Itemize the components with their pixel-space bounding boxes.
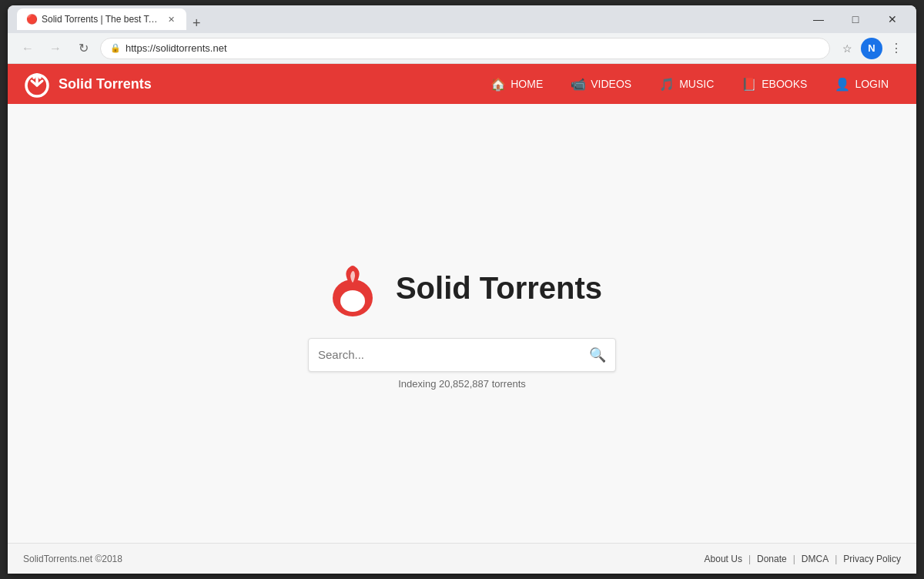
website-content: Solid Torrents 🏠 HOME 📹 VIDEOS 🎵 MUSIC 📕 bbox=[8, 64, 916, 574]
nav-home[interactable]: 🏠 HOME bbox=[478, 71, 555, 98]
profile-button[interactable]: N bbox=[861, 38, 882, 59]
home-icon: 🏠 bbox=[490, 77, 506, 92]
url-bar[interactable]: 🔒 https://solidtorrents.net bbox=[100, 38, 830, 59]
user-icon: 👤 bbox=[835, 77, 850, 92]
hero-logo-text: Solid Torrents bbox=[396, 271, 602, 306]
nav-music-label: MUSIC bbox=[679, 78, 714, 90]
search-container: 🔍 Indexing 20,852,887 torrents bbox=[308, 338, 616, 390]
new-tab-button[interactable]: + bbox=[186, 16, 207, 30]
browser-tab[interactable]: 🔴 Solid Torrents | The best Torrent ✕ bbox=[17, 8, 186, 30]
search-icon[interactable]: 🔍 bbox=[589, 346, 606, 363]
tab-favicon-icon: 🔴 bbox=[26, 14, 37, 25]
footer-dmca[interactable]: DMCA bbox=[802, 554, 829, 564]
nav-ebooks-label: EBOOKS bbox=[762, 78, 807, 90]
tab-bar: 🔴 Solid Torrents | The best Torrent ✕ + bbox=[14, 8, 795, 30]
address-actions: ☆ N ⋮ bbox=[836, 38, 907, 59]
forward-button[interactable]: → bbox=[45, 38, 66, 59]
tab-title: Solid Torrents | The best Torrent bbox=[42, 14, 160, 25]
address-bar: ← → ↻ 🔒 https://solidtorrents.net ☆ N ⋮ bbox=[8, 33, 916, 64]
hero-logo: Solid Torrents bbox=[322, 258, 602, 320]
bookmark-button[interactable]: ☆ bbox=[836, 38, 858, 59]
nav-videos-label: VIDEOS bbox=[591, 78, 631, 90]
footer-about[interactable]: About Us bbox=[705, 554, 742, 564]
site-nav-links: 🏠 HOME 📹 VIDEOS 🎵 MUSIC 📕 EBOOKS 👤 bbox=[478, 71, 901, 98]
search-bar[interactable]: 🔍 bbox=[308, 338, 616, 372]
close-button[interactable]: ✕ bbox=[875, 5, 910, 33]
ebook-icon: 📕 bbox=[742, 77, 757, 92]
nav-ebooks[interactable]: 📕 EBOOKS bbox=[729, 71, 819, 98]
window-controls: — □ ✕ bbox=[801, 5, 910, 33]
nav-login[interactable]: 👤 LOGIN bbox=[822, 71, 901, 98]
nav-videos[interactable]: 📹 VIDEOS bbox=[558, 71, 644, 98]
site-navigation: Solid Torrents 🏠 HOME 📹 VIDEOS 🎵 MUSIC 📕 bbox=[8, 64, 916, 104]
hero-section: Solid Torrents 🔍 Indexing 20,852,887 tor… bbox=[308, 258, 616, 390]
back-button[interactable]: ← bbox=[17, 38, 38, 59]
footer-privacy[interactable]: Privacy Policy bbox=[843, 554, 901, 564]
site-footer: SolidTorrents.net ©2018 About Us | Donat… bbox=[8, 543, 916, 574]
minimize-button[interactable]: — bbox=[801, 5, 836, 33]
footer-sep-2: | bbox=[793, 554, 795, 564]
site-main: Solid Torrents 🔍 Indexing 20,852,887 tor… bbox=[8, 104, 916, 543]
site-logo-icon bbox=[23, 70, 51, 98]
footer-copyright: SolidTorrents.net ©2018 bbox=[23, 554, 122, 564]
tab-close-button[interactable]: ✕ bbox=[165, 13, 177, 25]
search-subtitle: Indexing 20,852,887 torrents bbox=[398, 378, 526, 390]
title-bar: 🔴 Solid Torrents | The best Torrent ✕ + … bbox=[8, 5, 916, 33]
footer-links: About Us | Donate | DMCA | Privacy Polic… bbox=[705, 554, 901, 564]
footer-donate[interactable]: Donate bbox=[757, 554, 787, 564]
nav-home-label: HOME bbox=[511, 78, 543, 90]
footer-sep-3: | bbox=[835, 554, 837, 564]
lock-icon: 🔒 bbox=[110, 43, 121, 53]
svg-point-2 bbox=[340, 290, 365, 312]
maximize-button[interactable]: □ bbox=[838, 5, 873, 33]
hero-logo-icon bbox=[322, 258, 383, 320]
reload-button[interactable]: ↻ bbox=[72, 38, 94, 59]
nav-login-label: LOGIN bbox=[855, 78, 889, 90]
url-text: https://solidtorrents.net bbox=[126, 42, 820, 54]
footer-sep-1: | bbox=[748, 554, 751, 564]
site-logo-text: Solid Torrents bbox=[59, 76, 152, 92]
video-icon: 📹 bbox=[571, 77, 586, 92]
site-logo[interactable]: Solid Torrents bbox=[23, 70, 152, 98]
nav-music[interactable]: 🎵 MUSIC bbox=[647, 71, 726, 98]
music-icon: 🎵 bbox=[659, 77, 675, 92]
menu-button[interactable]: ⋮ bbox=[886, 38, 907, 59]
search-input[interactable] bbox=[318, 348, 583, 361]
